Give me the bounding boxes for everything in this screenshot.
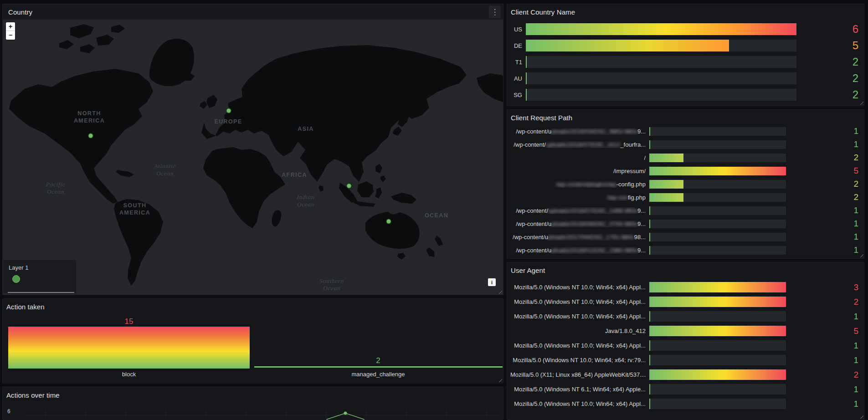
panel-action-taken: Action taken 15 block 2 managed_challeng…: [2, 298, 503, 384]
panel-title: User Agent: [507, 262, 864, 274]
bar-fill: [526, 23, 796, 35]
legend-title: Layer 1: [3, 260, 76, 271]
data-point-marker: [344, 412, 347, 415]
bar-gauge-row: Mozilla/5.0 (Windows NT 10.0; Win64; x64…: [510, 282, 860, 293]
bar-gauge-row: SG2: [510, 88, 860, 102]
row-value: 2: [790, 192, 860, 202]
bar-gauge-row: DE5: [510, 39, 860, 52]
bar-fill: [649, 369, 786, 380]
map-marker: [89, 134, 93, 138]
row-label: SG: [510, 92, 522, 98]
row-label: /wp-content/uploads/2016/07/DSC_1498-980…: [510, 207, 646, 214]
bar-fill: [649, 167, 786, 175]
bar-track: [526, 56, 796, 68]
world-map[interactable]: NORTH AMERICAEUROPEASIAAFRICASOUTH AMERI…: [3, 20, 503, 295]
bar-gauge-rows: US6DE5T12AU2SG2: [510, 22, 860, 104]
bar-track: [649, 140, 786, 149]
bar-gauge-row: Mozilla/5.0 (Windows NT 10.0; Win64; x64…: [510, 354, 860, 366]
panel-header[interactable]: Country ⋮: [3, 4, 503, 20]
row-label: Mozilla/5.0 (Windows NT 10.0; Win64; x64…: [510, 298, 646, 305]
map-zoom-controls: + −: [6, 22, 15, 40]
bar-gauge-row: Mozilla/5.0 (Windows NT 10.0; Win64; x64…: [510, 296, 860, 307]
bar-track: [649, 340, 786, 351]
row-label: Mozilla/5.0 (Windows NT 10.0; Win64; x64…: [510, 400, 646, 407]
redacted-text: ploads/2016/03/DSC_9853-980x: [551, 128, 637, 135]
bar-fill: [526, 40, 729, 51]
bar-gauge-row: Mozilla/5.0 (Windows NT 10.0; Win64; x64…: [510, 398, 860, 410]
bar-track: [649, 297, 786, 307]
row-value: 5: [800, 39, 860, 52]
bar-fill: [649, 246, 650, 255]
bar-fill: [649, 233, 650, 241]
panel-user-agent: User Agent Mozilla/5.0 (Windows NT 10.0;…: [507, 262, 865, 420]
bar-fill: [649, 180, 683, 189]
bar-fill: [649, 206, 650, 215]
bar-track: [526, 40, 796, 51]
bar-gauge-row: T12: [510, 55, 860, 69]
bar-fill: [649, 193, 683, 202]
row-label: Java/1.8.0_412: [510, 328, 646, 334]
zoom-out-button[interactable]: −: [6, 31, 15, 40]
row-value: 2: [800, 88, 860, 101]
row-value: 1: [790, 126, 860, 136]
bar-track: [649, 193, 786, 202]
row-value: 2: [790, 179, 860, 189]
bar-fill: [649, 326, 786, 336]
row-value: 5: [790, 326, 860, 336]
bar-gauge-row: US6: [510, 22, 860, 36]
bar-track: [649, 246, 786, 255]
row-label: US: [510, 26, 522, 33]
bar-block[interactable]: [8, 327, 250, 369]
redacted-text: ploads/2018/01/DSC_2380-980x: [551, 247, 637, 254]
bar-gauge-row: /impressum/5: [510, 166, 860, 176]
panel-resize-handle[interactable]: [859, 414, 863, 419]
bar-track: [649, 167, 786, 175]
row-value: 2: [800, 56, 860, 68]
bar-gauge-rows: Mozilla/5.0 (Windows NT 10.0; Win64; x64…: [510, 282, 860, 413]
map-attribution-info-icon[interactable]: i: [488, 278, 496, 286]
row-label: /wp-content/uploads/2018/01/DSC_2380-980…: [510, 247, 646, 254]
redacted-text: ploads/2017/04/DSC_1791-980x: [548, 234, 634, 241]
row-label: Mozilla/5.0 (Windows NT 10.0; Win64; x64…: [510, 357, 646, 364]
bar-track: [649, 355, 786, 365]
row-value: 2: [790, 370, 860, 380]
world-map-svg: [3, 20, 503, 295]
bar-track: [649, 311, 786, 322]
bar-managed-challenge[interactable]: [254, 366, 503, 368]
kebab-menu-icon[interactable]: ⋮: [489, 5, 501, 18]
row-label: T1: [510, 59, 522, 66]
bar-track: [526, 23, 796, 35]
bar-gauge-row: /wp-content/uploads/2016/07/DSC_1498-980…: [510, 205, 860, 215]
bar-fill: [526, 89, 527, 101]
panel-title: Client Country Name: [507, 4, 864, 16]
bar-fill: [649, 282, 786, 292]
bar-track: [649, 180, 786, 189]
row-label: Mozilla/5.0 (Windows NT 6.1; Win64; x64)…: [510, 386, 646, 393]
map-scale-bar: [8, 292, 74, 293]
bar-fill: [649, 399, 650, 409]
redacted-text: /wp-con: [607, 194, 628, 201]
bar-fill: [649, 355, 650, 365]
bar-gauge-row: Mozilla/5.0 (X11; Linux x86_64) AppleWeb…: [510, 369, 860, 380]
redacted-text: uploads/2016/07/DSC_1612: [546, 141, 620, 148]
panel-title: Country: [3, 8, 32, 16]
bar-fill: [649, 140, 650, 149]
bar-gauge-row: /wp-config.php2: [510, 192, 860, 202]
row-value: 1: [790, 384, 860, 394]
map-marker: [387, 220, 391, 224]
bar-track: [649, 206, 786, 215]
bar-gauge-row: Mozilla/5.0 (Windows NT 6.1; Win64; x64)…: [510, 384, 860, 395]
zoom-in-button[interactable]: +: [6, 22, 15, 31]
row-label: /: [510, 154, 646, 161]
panel-title: Client Request Path: [507, 110, 864, 122]
row-value: 1: [790, 219, 860, 229]
bar-track: [526, 72, 796, 84]
bar-fill: [649, 384, 650, 394]
bar-track: [649, 233, 786, 241]
panel-country-map: Country ⋮: [2, 4, 503, 295]
row-value: 1: [790, 355, 860, 365]
row-label: Mozilla/5.0 (Windows NT 10.0; Win64; x64…: [510, 284, 646, 291]
bar-track: [649, 127, 786, 136]
bar-gauge-row: /wp-content/uploads/2016/04/DSC_0704-980…: [510, 219, 860, 229]
row-value: 1: [790, 139, 860, 149]
